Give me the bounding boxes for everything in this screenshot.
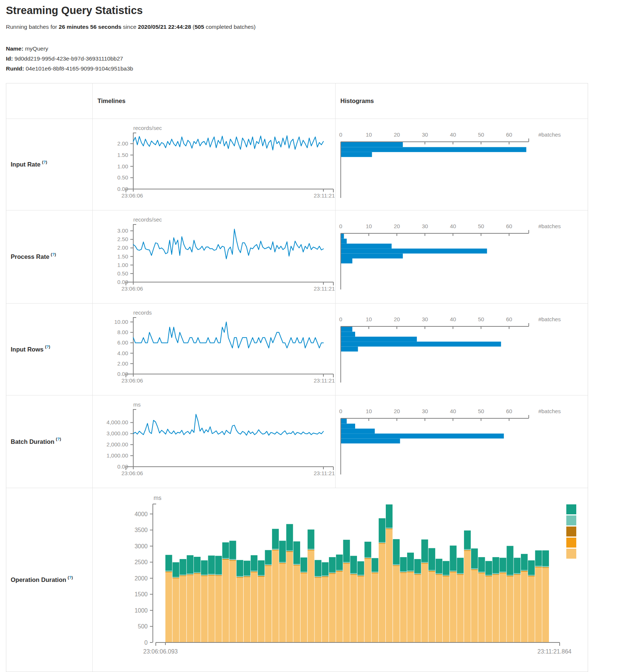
table-header-row: Timelines Histograms [6, 83, 588, 119]
svg-text:0: 0 [339, 131, 342, 138]
svg-text:40: 40 [450, 131, 456, 138]
svg-text:30: 30 [422, 131, 428, 138]
svg-text:1.50: 1.50 [117, 253, 128, 260]
svg-text:2.00: 2.00 [117, 140, 128, 147]
svg-text:50: 50 [478, 223, 484, 229]
svg-text:23:06:06: 23:06:06 [121, 470, 143, 476]
svg-text:0.50: 0.50 [117, 174, 128, 181]
svg-text:40: 40 [450, 223, 456, 229]
row-label-input-rate: Input Rate (?) [6, 119, 93, 210]
svg-text:#batches: #batches [538, 316, 561, 322]
histogram-chart-input-rows: 0102030405060#batches [336, 304, 588, 395]
svg-text:23:11:21: 23:11:21 [314, 470, 335, 476]
svg-text:10: 10 [366, 316, 372, 322]
help-question-icon[interactable]: ? [52, 252, 55, 257]
running-duration: 26 minutes 56 seconds [59, 24, 121, 30]
svg-text:50: 50 [478, 131, 484, 138]
svg-text:30: 30 [422, 408, 428, 414]
row-label-input-rows: Input Rows (?) [6, 304, 93, 395]
svg-text:3,000.00: 3,000.00 [107, 430, 128, 436]
batch-duration-timeline-svg: ms0.001,000.002,000.003,000.004,000.0023… [93, 395, 335, 488]
svg-text:40: 40 [450, 408, 456, 414]
svg-text:2500: 2500 [134, 559, 148, 565]
svg-text:1500: 1500 [134, 591, 148, 597]
svg-text:ms: ms [133, 401, 141, 408]
svg-text:records: records [133, 309, 152, 316]
svg-text:10.00: 10.00 [114, 319, 128, 325]
svg-text:0: 0 [144, 640, 148, 646]
process-rate-timeline-svg: records/sec0.000.501.001.502.002.503.002… [93, 210, 335, 303]
svg-text:records/sec: records/sec [133, 125, 162, 131]
batch-duration-histogram-svg: 0102030405060#batches [336, 395, 588, 488]
timeline-chart-process-rate: records/sec0.000.501.001.502.002.503.002… [93, 210, 336, 303]
svg-text:23:11:21.864: 23:11:21.864 [538, 648, 571, 655]
start-time: 2020/05/21 22:44:28 [138, 24, 191, 30]
completed-batches-count: 505 [195, 24, 204, 30]
svg-text:60: 60 [506, 316, 512, 322]
query-metadata: Name: myQuery Id: 9d0dd219-995d-423e-b97… [6, 44, 133, 73]
svg-text:2,000.00: 2,000.00 [107, 441, 128, 448]
svg-text:8.00: 8.00 [117, 329, 128, 335]
row-label-text: Batch Duration [11, 438, 54, 445]
help-marker-input-rows[interactable]: (?) [45, 344, 50, 349]
svg-text:10: 10 [366, 131, 372, 138]
query-runid-line: RunId: 04e101e6-8bf8-4165-9099-9104c951b… [6, 64, 133, 73]
legend-swatch-1 [566, 515, 576, 525]
page-title: Streaming Query Statistics [6, 4, 143, 17]
help-marker-input-rate[interactable]: (?) [42, 160, 47, 164]
svg-text:60: 60 [506, 223, 512, 229]
query-name-value: myQuery [23, 45, 48, 52]
row-input-rate: Input Rate (?) records/sec0.000.501.001.… [6, 119, 588, 210]
row-process-rate: Process Rate (?) records/sec0.000.501.00… [6, 210, 588, 304]
svg-text:20: 20 [394, 408, 400, 414]
svg-text:30: 30 [422, 316, 428, 322]
svg-text:1.00: 1.00 [117, 163, 128, 169]
since-word: since [121, 24, 138, 30]
help-marker-process-rate[interactable]: (?) [51, 252, 56, 257]
svg-text:3.00: 3.00 [117, 227, 128, 234]
timelines-header: Timelines [93, 83, 336, 119]
svg-text:ms: ms [154, 495, 161, 501]
svg-text:23:06:06: 23:06:06 [121, 285, 143, 292]
row-input-rows: Input Rows (?) records0.002.004.006.008.… [6, 304, 588, 395]
query-id-line: Id: 9d0dd219-995d-423e-b97d-36931110bb27 [6, 54, 133, 64]
row-batch-duration: Batch Duration (?) ms0.001,000.002,000.0… [6, 395, 588, 488]
timeline-chart-batch-duration: ms0.001,000.002,000.003,000.004,000.0023… [93, 395, 336, 488]
histogram-chart-batch-duration: 0102030405060#batches [336, 395, 588, 488]
svg-text:0: 0 [339, 223, 342, 229]
legend-swatch-3 [566, 538, 576, 548]
help-paren-close: ) [60, 437, 61, 441]
timeline-chart-input-rate: records/sec0.000.501.001.502.0023:06:062… [93, 119, 336, 210]
svg-text:2.00: 2.00 [117, 360, 128, 367]
help-question-icon[interactable]: ? [57, 437, 60, 441]
svg-text:records/sec: records/sec [133, 216, 162, 223]
svg-text:50: 50 [478, 408, 484, 414]
svg-text:#batches: #batches [538, 408, 561, 414]
process-rate-histogram-svg: 0102030405060#batches [336, 210, 588, 303]
svg-text:#batches: #batches [538, 223, 561, 229]
svg-text:1,000.00: 1,000.00 [107, 452, 128, 459]
svg-text:4.00: 4.00 [117, 350, 128, 356]
query-runid-label: RunId: [6, 65, 24, 72]
svg-text:23:06:06: 23:06:06 [121, 192, 143, 199]
help-marker-batch-duration[interactable]: (?) [56, 437, 61, 441]
query-name-line: Name: myQuery [6, 44, 133, 54]
help-question-icon[interactable]: ? [69, 575, 72, 580]
help-paren-close: ) [49, 344, 50, 349]
svg-text:#batches: #batches [538, 131, 561, 138]
stacked-bar-chart-operation-duration: ms0500100015002000250030003500400023:06:… [93, 488, 588, 672]
svg-text:1.00: 1.00 [117, 262, 128, 268]
svg-text:1.50: 1.50 [117, 152, 128, 158]
svg-text:20: 20 [394, 131, 400, 138]
input-rate-histogram-svg: 0102030405060#batches [336, 119, 588, 210]
help-marker-operation-duration[interactable]: (?) [68, 575, 73, 580]
svg-text:30: 30 [422, 223, 428, 229]
svg-text:23:11:21: 23:11:21 [314, 192, 335, 199]
row-label-process-rate: Process Rate (?) [6, 210, 93, 303]
legend-swatch-4 [566, 549, 576, 559]
input-rows-timeline-svg: records0.002.004.006.008.0010.0023:06:06… [93, 304, 335, 395]
row-label-text: Operation Duration [11, 576, 66, 583]
running-batches-summary: Running batches for 26 minutes 56 second… [6, 24, 255, 30]
row-label-batch-duration: Batch Duration (?) [6, 395, 93, 488]
input-rows-histogram-svg: 0102030405060#batches [336, 304, 588, 395]
